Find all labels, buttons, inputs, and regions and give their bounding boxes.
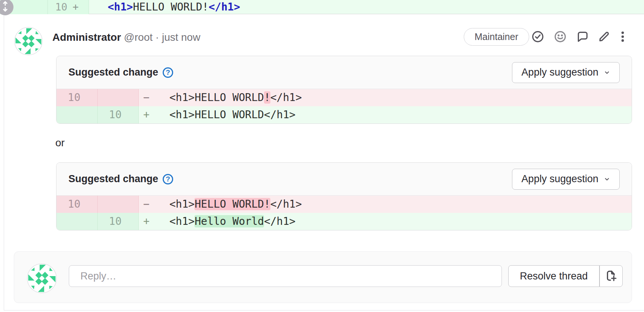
removed-marker: − xyxy=(143,196,154,213)
code-text: <h1>HELLO WORLD xyxy=(169,91,264,104)
added-marker: + xyxy=(143,106,154,123)
new-line-number: 10 xyxy=(98,106,139,123)
thread-border xyxy=(4,14,4,310)
add-emoji-button[interactable] xyxy=(554,30,567,43)
or-separator: or xyxy=(55,137,65,149)
new-line-number xyxy=(98,196,139,213)
create-issue-to-resolve-button[interactable] xyxy=(599,265,623,287)
added-marker: + xyxy=(73,0,79,14)
suggestion-title: Suggested change xyxy=(68,173,158,185)
issue-new-icon xyxy=(605,270,617,282)
old-line-number: 10 xyxy=(56,196,98,213)
smiley-icon xyxy=(554,30,567,43)
old-line-number: 10 xyxy=(56,89,98,106)
thread-actions: Resolve thread xyxy=(508,265,623,287)
suggestion-addition-row: 10 +<h1>HELLO WORLD</h1> xyxy=(56,106,632,123)
suggested-change-block: Suggested change ? Apply suggestion 10 −… xyxy=(56,56,632,124)
code-highlight: ! xyxy=(264,91,270,104)
code-text: <h1> xyxy=(169,215,194,227)
author-handle[interactable]: @root xyxy=(124,31,153,43)
new-line-number: 10 xyxy=(49,0,67,14)
html-open-tag: <h1> xyxy=(108,1,133,13)
old-line-number xyxy=(56,213,98,230)
suggestion-addition-row: 10 +<h1>Hello World</h1> xyxy=(56,213,632,230)
suggestion-title: Suggested change xyxy=(68,67,158,78)
suggested-change-block: Suggested change ? Apply suggestion 10 −… xyxy=(56,162,632,230)
comment-meta: Administrator @root · just now xyxy=(52,31,200,43)
code-text: HELLO WORLD! xyxy=(133,1,208,13)
new-line-number xyxy=(98,89,139,106)
apply-suggestion-button[interactable]: Apply suggestion xyxy=(512,169,620,190)
edit-comment-button[interactable] xyxy=(598,30,610,43)
chevron-down-icon xyxy=(604,176,610,183)
reply-section: Resolve thread xyxy=(14,251,632,303)
comment-button[interactable] xyxy=(576,30,589,43)
code-line: +<h1>Hello World</h1> xyxy=(139,213,632,230)
old-line-number xyxy=(56,106,98,123)
resolve-thread-button[interactable]: Resolve thread xyxy=(508,265,599,287)
added-marker: + xyxy=(143,213,154,230)
author-name: Administrator xyxy=(52,31,121,43)
code-text: </h1> xyxy=(270,91,302,104)
html-close-tag: </h1> xyxy=(209,1,240,13)
merge-request-discussion: 10 + <h1>HELLO WORLD!</h1> xyxy=(0,0,644,312)
code-text: <h1> xyxy=(169,198,194,210)
timestamp[interactable]: just now xyxy=(162,31,200,43)
avatar xyxy=(27,263,57,293)
apply-suggestion-label: Apply suggestion xyxy=(521,173,598,185)
suggestion-deletion-row: 10 −<h1>HELLO WORLD!</h1> xyxy=(56,89,632,106)
more-actions-button[interactable] xyxy=(616,30,629,43)
code-text: </h1> xyxy=(264,215,295,227)
reply-input[interactable] xyxy=(69,265,502,287)
resolve-comment-button[interactable] xyxy=(531,30,544,43)
code-line: <h1>HELLO WORLD!</h1> xyxy=(108,0,240,14)
code-line: +<h1>HELLO WORLD</h1> xyxy=(139,106,632,123)
apply-suggestion-button[interactable]: Apply suggestion xyxy=(512,62,620,83)
comment-bubble-icon xyxy=(576,30,589,43)
new-line-number: 10 xyxy=(98,213,139,230)
apply-suggestion-label: Apply suggestion xyxy=(521,67,598,78)
code-line: −<h1>HELLO WORLD!</h1> xyxy=(139,196,632,213)
code-text: <h1>HELLO WORLD</h1> xyxy=(169,108,295,121)
code-line: −<h1>HELLO WORLD!</h1> xyxy=(139,89,632,106)
role-badge: Maintainer xyxy=(464,28,529,46)
ellipsis-vertical-icon xyxy=(616,30,629,43)
code-highlight: Hello World xyxy=(194,215,264,227)
question-circle-icon[interactable]: ? xyxy=(163,174,173,184)
gutter-separator xyxy=(47,0,48,14)
code-highlight: HELLO WORLD! xyxy=(194,198,270,210)
chevron-down-icon xyxy=(604,69,610,76)
question-circle-icon[interactable]: ? xyxy=(163,67,173,78)
thread-border-bottom xyxy=(4,310,644,311)
suggestion-header: Suggested change ? Apply suggestion xyxy=(56,163,632,196)
suggestion-deletion-row: 10 −<h1>HELLO WORLD!</h1> xyxy=(56,196,632,213)
diff-line-added: 10 + <h1>HELLO WORLD!</h1> xyxy=(0,0,644,14)
code-text: </h1> xyxy=(270,198,302,210)
avatar xyxy=(14,27,43,55)
removed-marker: − xyxy=(143,89,154,106)
expand-up-down-icon xyxy=(0,1,11,13)
check-circle-icon xyxy=(531,30,544,43)
meta-dot: · xyxy=(156,31,159,43)
suggestion-header: Suggested change ? Apply suggestion xyxy=(56,56,632,89)
pencil-icon xyxy=(598,30,610,43)
